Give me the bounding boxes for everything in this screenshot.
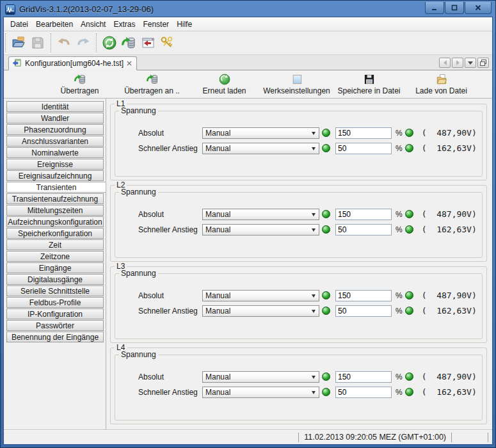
sidebar-item-ereignisaufzeichnung[interactable]: Ereignisaufzeichnung: [6, 170, 104, 181]
voltage-group: Spannung Absolut Manual % ( 487,90V): [115, 273, 483, 339]
chevron-down-icon: [312, 391, 316, 394]
sidebar-item-mittelungszeiten[interactable]: Mittelungszeiten: [6, 205, 104, 216]
sidebar-item-transientenaufzeichnung[interactable]: Transientenaufzeichnung: [6, 193, 104, 204]
absolut-mode-select[interactable]: Manual: [202, 371, 319, 383]
close-tab-icon[interactable]: [127, 61, 132, 66]
menu-hilfe[interactable]: Hilfe: [173, 18, 196, 31]
maximize-view-button[interactable]: [477, 58, 489, 68]
chevron-down-icon: [312, 294, 316, 298]
connection-keys-button[interactable]: [157, 33, 177, 52]
anstieg-mode-select[interactable]: Manual: [202, 387, 319, 398]
sidebar-item-digitalausgaenge[interactable]: Digitalausgänge: [6, 274, 104, 285]
titlebar[interactable]: GridVis-3.1.2(2013-02-07_13-29-06): [1, 1, 495, 17]
maximize-button[interactable]: [445, 2, 464, 14]
sidebar-item-passwoerter[interactable]: Passwörter: [6, 320, 104, 331]
anstieg-threshold-input[interactable]: [335, 224, 392, 236]
absolut-mode-select[interactable]: Manual: [202, 127, 319, 139]
unit-label: %: [396, 388, 403, 397]
save-to-file-icon: [363, 73, 376, 86]
sidebar-item-wandler[interactable]: Wandler: [6, 113, 104, 124]
combo-value: Manual: [205, 372, 230, 381]
sidebar-item-ereignisse[interactable]: Ereignisse: [6, 159, 104, 170]
absolut-threshold-input[interactable]: [335, 290, 392, 301]
main-toolbar: [4, 31, 492, 55]
absolut-threshold-input[interactable]: [335, 127, 392, 139]
sidebar-item-speicherkonfiguration[interactable]: Speicherkonfiguration: [6, 228, 104, 239]
tab-list-dropdown-button[interactable]: [465, 58, 476, 68]
sidebar-item-phasenzuordnung[interactable]: Phasenzuordnung: [6, 124, 104, 135]
transfer-database-button[interactable]: [119, 33, 138, 52]
lade-von-datei-button[interactable]: Lade von Datei: [405, 73, 477, 95]
absolut-mode-select[interactable]: Manual: [202, 209, 319, 220]
absolut-threshold-input[interactable]: [335, 209, 392, 220]
sidebar-item-serielle-schnittstelle[interactable]: Serielle Schnittstelle: [6, 285, 104, 296]
scroll-tabs-left-button[interactable]: [439, 58, 451, 68]
menu-bearbeiten[interactable]: Bearbeiten: [32, 18, 77, 31]
menubar: Datei Bearbeiten Ansicht Extras Fenster …: [4, 17, 492, 31]
anstieg-mode-select[interactable]: Manual: [202, 224, 319, 236]
keys-icon: [159, 35, 175, 51]
phase-panel-l3: L3 Spannung Absolut Manual %: [110, 266, 487, 343]
status-led-icon: [405, 307, 413, 315]
redo-button[interactable]: [74, 33, 93, 52]
sidebar-item-zeitzone[interactable]: Zeitzone: [6, 251, 104, 262]
chevron-down-icon: [312, 213, 316, 216]
phase-panel-l1: L1 Spannung Absolut Manual %: [110, 104, 487, 180]
save-button[interactable]: [28, 33, 47, 52]
arrow-right-icon: [456, 60, 460, 65]
anstieg-threshold-input[interactable]: [335, 305, 392, 317]
menu-fenster[interactable]: Fenster: [139, 18, 173, 31]
row-label: Schneller Anstieg: [138, 388, 202, 397]
import-window-button[interactable]: [138, 33, 157, 52]
combo-value: Manual: [205, 225, 230, 234]
open-file-button[interactable]: [9, 33, 28, 52]
status-led-icon: [405, 372, 413, 381]
unit-label: %: [396, 291, 403, 300]
uebertragen-button[interactable]: Übertragen: [44, 73, 116, 95]
absolut-row: Absolut Manual % ( 487,90V): [138, 371, 478, 383]
status-led-icon: [405, 144, 413, 152]
sidebar-item-ip-konfiguration[interactable]: IP-Konfiguration: [6, 308, 104, 319]
schneller-anstieg-row: Schneller Anstieg Manual % ( 162,63V): [138, 223, 478, 236]
menu-ansicht[interactable]: Ansicht: [77, 18, 109, 31]
device-datetime: 11.02.2013 09:20:05 MEZ (GMT+01:00): [299, 433, 451, 442]
app-window: GridVis-3.1.2(2013-02-07_13-29-06) Datei…: [0, 0, 496, 448]
werkseinstellungen-button[interactable]: Werkseinstellungen: [260, 73, 333, 95]
sidebar-item-zeit[interactable]: Zeit: [6, 239, 104, 250]
sync-device-icon: [102, 35, 117, 51]
status-led-icon: [322, 129, 330, 137]
sidebar-item-eingaenge[interactable]: Eingänge: [6, 262, 104, 273]
erneut-laden-button[interactable]: Erneut laden: [188, 73, 260, 95]
menu-datei[interactable]: Datei: [6, 18, 32, 31]
anstieg-mode-select[interactable]: Manual: [202, 305, 319, 317]
anstieg-threshold-input[interactable]: [335, 387, 392, 398]
minimize-button[interactable]: [425, 2, 444, 14]
open-file-icon: [11, 35, 26, 51]
chevron-down-icon: [312, 376, 316, 379]
undo-button[interactable]: [54, 33, 74, 52]
close-button[interactable]: [465, 2, 492, 14]
sync-device-button[interactable]: [100, 33, 119, 52]
uebertragen-an-button[interactable]: Übertragen an ..: [116, 73, 188, 95]
voltage-group: Spannung Absolut Manual % ( 487,90V): [115, 111, 483, 177]
sidebar-item-benennung-der-eingaenge[interactable]: Benennung der Eingänge: [6, 332, 104, 342]
sidebar-item-aufzeichnungskonfiguration[interactable]: Aufzeichnungskonfiguration: [6, 216, 104, 227]
sidebar-item-identitaet[interactable]: Identität: [6, 101, 104, 112]
scroll-tabs-right-button[interactable]: [452, 58, 463, 68]
absolut-mode-select[interactable]: Manual: [202, 290, 319, 301]
tab-konfiguration[interactable]: Konfiguration[umg604-he.tst]: [8, 56, 137, 70]
sidebar-item-feldbus-profile[interactable]: Feldbus-Profile: [6, 297, 104, 308]
sidebar-item-transienten[interactable]: Transienten: [6, 182, 106, 193]
status-led-icon: [405, 291, 413, 300]
speichere-in-datei-button[interactable]: Speichere in Datei: [333, 73, 405, 95]
anstieg-threshold-input[interactable]: [335, 143, 392, 154]
sidebar-item-nominalwerte[interactable]: Nominalwerte: [6, 147, 104, 158]
combo-value: Manual: [205, 291, 230, 300]
menu-extras[interactable]: Extras: [109, 18, 139, 31]
unit-label: %: [396, 210, 403, 219]
status-led-icon: [322, 291, 330, 300]
computed-voltage: ( 487,90V): [422, 128, 477, 138]
absolut-threshold-input[interactable]: [335, 371, 392, 383]
anstieg-mode-select[interactable]: Manual: [202, 143, 319, 154]
sidebar-item-anschlussvarianten[interactable]: Anschlussvarianten: [6, 136, 104, 147]
